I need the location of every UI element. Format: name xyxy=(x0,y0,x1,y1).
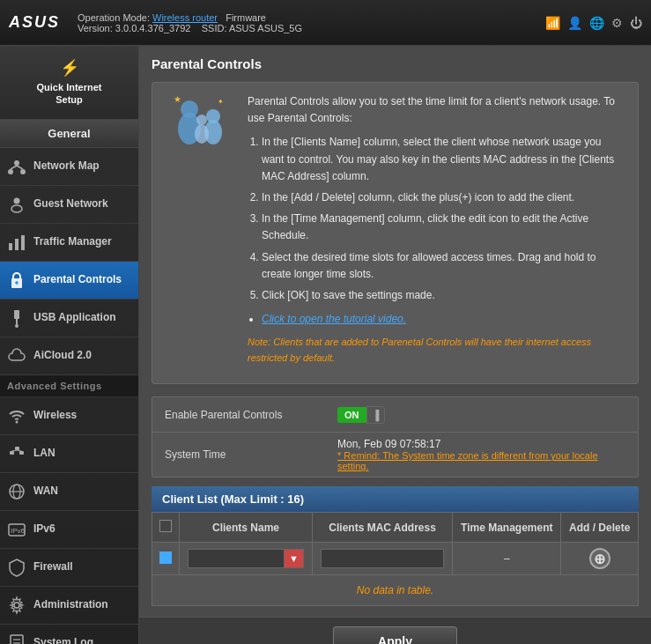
usb-application-icon xyxy=(7,308,26,328)
firewall-icon xyxy=(7,558,26,577)
row-client-name-cell[interactable]: ▼ xyxy=(180,543,313,575)
toggle-switch[interactable]: ON ▐ xyxy=(337,406,385,424)
apply-button[interactable]: Apply xyxy=(333,626,457,644)
client-name-select-wrap[interactable]: ▼ xyxy=(188,549,304,568)
toggle-on-label[interactable]: ON xyxy=(337,407,366,423)
table-row: ▼ – ⊕ xyxy=(152,543,639,575)
sidebar-item-wireless[interactable]: Wireless xyxy=(0,397,138,435)
operation-mode-label: Operation Mode: xyxy=(78,12,150,23)
row-checkbox[interactable] xyxy=(159,551,172,564)
top-bar: ASUS Operation Mode: Wireless router Fir… xyxy=(0,0,651,46)
aicloud-label: AiCloud 2.0 xyxy=(33,349,92,363)
svg-line-20 xyxy=(18,450,22,451)
step-1: In the [Clients Name] column, select the… xyxy=(262,134,625,185)
svg-point-5 xyxy=(14,197,20,204)
svg-rect-12 xyxy=(14,310,19,319)
svg-point-35 xyxy=(196,115,207,125)
svg-point-26 xyxy=(14,603,19,608)
sidebar-item-firewall[interactable]: Firewall xyxy=(0,549,138,587)
svg-text:✦: ✦ xyxy=(218,98,224,106)
sidebar-item-parental-controls[interactable]: Parental Controls xyxy=(0,262,138,300)
svg-point-1 xyxy=(8,169,13,174)
sidebar-item-guest-network[interactable]: Guest Network xyxy=(0,186,138,224)
enable-toggle[interactable]: ON ▐ xyxy=(329,401,638,429)
toggle-slider[interactable]: ▐ xyxy=(366,406,386,424)
svg-line-19 xyxy=(12,450,18,451)
svg-point-14 xyxy=(15,324,18,328)
step-3: In the [Time Management] column, click t… xyxy=(262,211,625,244)
signal-icon[interactable]: 📶 xyxy=(545,16,560,30)
client-list-section: Client List (Max Limit : 16) Clients Nam… xyxy=(152,486,639,606)
th-mac-address: Clients MAC Address xyxy=(312,513,452,543)
guest-network-icon xyxy=(7,195,26,214)
sidebar: ⚡ Quick InternetSetup General Network Ma… xyxy=(0,46,139,644)
row-mac-cell[interactable] xyxy=(312,543,452,575)
logo: ASUS xyxy=(9,13,60,32)
wan-label: WAN xyxy=(33,485,58,499)
svg-rect-16 xyxy=(10,451,14,455)
no-data-row: No data in table. xyxy=(152,575,639,606)
header-checkbox[interactable] xyxy=(159,520,172,532)
sidebar-item-ipv6[interactable]: IPv6 IPv6 xyxy=(0,511,138,549)
note-text: Note: Clients that are added to Pareneta… xyxy=(248,335,625,366)
guest-network-label: Guest Network xyxy=(33,197,108,211)
lan-icon xyxy=(7,444,26,463)
table-header-row: Clients Name Clients MAC Address Time Ma… xyxy=(152,513,639,543)
sidebar-item-aicloud[interactable]: AiCloud 2.0 xyxy=(0,337,138,375)
description-intro: Parental Controls allow you to set the t… xyxy=(248,93,625,127)
svg-point-0 xyxy=(14,160,19,166)
firewall-label: Firewall xyxy=(33,560,73,574)
tutorial-link[interactable]: Click to open the tutorial video. xyxy=(262,313,406,325)
system-time-value: Mon, Feb 09 07:58:17 * Remind: The Syste… xyxy=(329,433,638,477)
ssid-label: SSID: xyxy=(202,23,227,33)
power-icon[interactable]: ⏻ xyxy=(630,16,642,30)
traffic-manager-icon xyxy=(7,233,26,252)
svg-line-3 xyxy=(11,166,17,169)
th-add-delete: Add / Delete xyxy=(561,513,639,543)
system-time-warning[interactable]: * Remind: The System time zone is differ… xyxy=(337,450,629,471)
th-clients-name: Clients Name xyxy=(180,513,313,543)
sidebar-item-system-log[interactable]: System Log xyxy=(0,625,138,644)
steps-list: In the [Clients Name] column, select the… xyxy=(262,134,625,304)
svg-line-4 xyxy=(17,166,23,169)
svg-point-36 xyxy=(195,124,209,144)
wireless-icon xyxy=(7,406,26,426)
th-time-management: Time Management xyxy=(453,513,561,543)
settings-icon[interactable]: ⚙ xyxy=(611,16,623,30)
ipv6-icon: IPv6 xyxy=(7,520,26,539)
traffic-manager-label: Traffic Manager xyxy=(33,235,112,249)
enable-label: Enable Parental Controls xyxy=(152,402,329,428)
network-map-icon xyxy=(7,157,26,176)
user-icon[interactable]: 👤 xyxy=(567,16,582,30)
th-checkbox xyxy=(152,513,180,543)
description-box: ★ ✦ Parental Controls allow you to set t… xyxy=(152,82,639,384)
general-section[interactable]: General xyxy=(0,120,138,148)
lan-label: LAN xyxy=(33,447,55,461)
general-label: General xyxy=(48,127,90,140)
sidebar-item-usb-application[interactable]: USB Application xyxy=(0,300,138,337)
sidebar-item-wan[interactable]: WAN xyxy=(0,473,138,511)
row-add-delete-cell[interactable]: ⊕ xyxy=(561,543,639,575)
sidebar-item-network-map[interactable]: Network Map xyxy=(0,148,138,186)
mac-address-input[interactable] xyxy=(321,549,444,568)
sidebar-item-traffic-manager[interactable]: Traffic Manager xyxy=(0,224,138,262)
system-log-icon xyxy=(7,633,26,644)
sidebar-item-administration[interactable]: Administration xyxy=(0,587,138,625)
advanced-settings-header: Advanced Settings xyxy=(0,375,138,397)
quick-internet-icon: ⚡ xyxy=(60,58,79,78)
add-button[interactable]: ⊕ xyxy=(589,548,610,569)
svg-rect-9 xyxy=(21,235,25,250)
quick-internet-setup[interactable]: ⚡ Quick InternetSetup xyxy=(0,46,138,120)
top-bar-info: Operation Mode: Wireless router Firmware… xyxy=(78,12,545,33)
tutorial-list: Click to open the tutorial video. xyxy=(262,311,625,328)
svg-text:IPv6: IPv6 xyxy=(11,527,26,535)
select-arrow-icon[interactable]: ▼ xyxy=(285,549,304,568)
top-bar-icons: 📶 👤 🌐 ⚙ ⏻ xyxy=(545,16,642,30)
operation-mode-value: Wireless router xyxy=(152,12,218,23)
client-name-select[interactable] xyxy=(188,549,285,568)
sidebar-item-lan[interactable]: LAN xyxy=(0,435,138,473)
network-icon[interactable]: 🌐 xyxy=(589,16,604,30)
parental-controls-label: Parental Controls xyxy=(33,273,122,287)
ipv6-label: IPv6 xyxy=(33,522,55,537)
version-label: Version: xyxy=(78,23,113,33)
